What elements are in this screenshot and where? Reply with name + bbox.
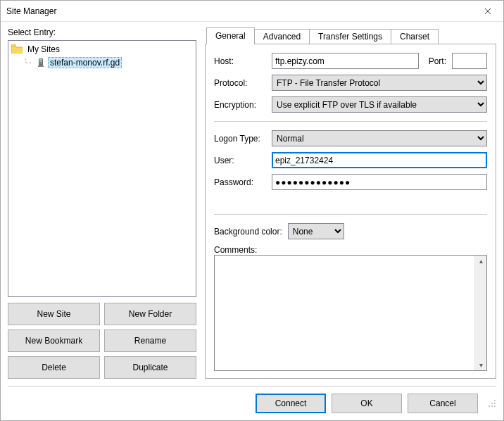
svg-point-13 bbox=[494, 406, 496, 407]
close-icon bbox=[484, 8, 491, 15]
comments-label: Comments: bbox=[214, 245, 487, 255]
user-row: User: bbox=[214, 152, 487, 168]
new-folder-button[interactable]: New Folder bbox=[104, 303, 196, 325]
svg-rect-7 bbox=[38, 65, 44, 67]
host-label: Host: bbox=[214, 56, 266, 66]
rename-button[interactable]: Rename bbox=[104, 329, 196, 352]
port-input[interactable] bbox=[452, 53, 487, 69]
user-label: User: bbox=[214, 156, 266, 165]
tab-transfer-settings[interactable]: Transfer Settings bbox=[309, 29, 391, 44]
logon-type-row: Logon Type: Normal bbox=[214, 130, 487, 146]
left-buttons: New Site New Folder New Bookmark Rename … bbox=[8, 303, 196, 379]
scroll-up-icon[interactable]: ▴ bbox=[479, 256, 483, 266]
scrollbar[interactable]: ▴ ▾ bbox=[474, 256, 486, 370]
protocol-row: Protocol: FTP - File Transfer Protocol bbox=[214, 75, 487, 91]
window-title: Site Manager bbox=[6, 6, 472, 16]
password-row: Password: bbox=[214, 174, 487, 190]
bottom-button-bar: Connect OK Cancel bbox=[8, 386, 496, 413]
close-button[interactable] bbox=[472, 1, 503, 21]
connect-button[interactable]: Connect bbox=[256, 394, 326, 413]
cancel-button[interactable]: Cancel bbox=[408, 394, 478, 413]
background-color-label: Background color: bbox=[214, 227, 282, 237]
upper-area: Select Entry: My Sites bbox=[8, 27, 496, 379]
svg-point-8 bbox=[494, 400, 496, 401]
svg-point-12 bbox=[491, 406, 493, 407]
password-input[interactable] bbox=[272, 174, 487, 190]
logon-type-label: Logon Type: bbox=[214, 134, 266, 144]
scroll-down-icon[interactable]: ▾ bbox=[479, 360, 483, 370]
user-input[interactable] bbox=[272, 152, 487, 168]
port-label: Port: bbox=[429, 56, 446, 66]
tab-charset[interactable]: Charset bbox=[391, 29, 439, 44]
new-bookmark-button[interactable]: New Bookmark bbox=[8, 329, 100, 352]
resize-grip-icon[interactable] bbox=[485, 399, 496, 408]
host-row: Host: Port: bbox=[214, 53, 487, 69]
svg-rect-4 bbox=[39, 59, 42, 61]
site-tree[interactable]: My Sites stefan-monov.rf.gd bbox=[8, 40, 196, 297]
right-pane: General Advanced Transfer Settings Chars… bbox=[205, 27, 496, 379]
svg-point-10 bbox=[494, 403, 496, 404]
spacer bbox=[214, 196, 487, 206]
logon-type-select[interactable]: Normal bbox=[272, 130, 487, 146]
site-manager-window: Site Manager Select Entry: My Sites bbox=[0, 0, 504, 421]
select-entry-label: Select Entry: bbox=[8, 27, 196, 37]
server-icon bbox=[37, 58, 45, 68]
svg-rect-6 bbox=[39, 63, 42, 63]
tree-connector-icon bbox=[24, 58, 34, 68]
svg-rect-5 bbox=[39, 61, 42, 62]
delete-button[interactable]: Delete bbox=[8, 356, 100, 379]
comments-area: Comments: ▴ ▾ bbox=[214, 245, 487, 371]
titlebar: Site Manager bbox=[1, 1, 503, 22]
general-panel: Host: Port: Protocol: FTP - File Transfe… bbox=[205, 44, 496, 379]
duplicate-button[interactable]: Duplicate bbox=[104, 356, 196, 379]
ok-button[interactable]: OK bbox=[332, 394, 402, 413]
separator bbox=[214, 121, 487, 122]
tree-site-item[interactable]: stefan-monov.rf.gd bbox=[8, 56, 196, 69]
left-pane: Select Entry: My Sites bbox=[8, 27, 196, 379]
tab-advanced[interactable]: Advanced bbox=[254, 29, 310, 44]
tree-root-label: My Sites bbox=[25, 44, 62, 55]
svg-point-11 bbox=[489, 406, 490, 407]
protocol-select[interactable]: FTP - File Transfer Protocol bbox=[272, 75, 487, 91]
new-site-button[interactable]: New Site bbox=[8, 303, 100, 325]
tree-root-my-sites[interactable]: My Sites bbox=[8, 42, 196, 56]
background-color-select[interactable]: None bbox=[288, 223, 344, 239]
content: Select Entry: My Sites bbox=[1, 22, 503, 420]
encryption-select[interactable]: Use explicit FTP over TLS if available bbox=[272, 96, 487, 113]
tab-bar: General Advanced Transfer Settings Chars… bbox=[205, 27, 496, 44]
comments-textarea[interactable]: ▴ ▾ bbox=[214, 255, 487, 371]
password-label: Password: bbox=[214, 177, 266, 187]
separator-2 bbox=[214, 214, 487, 215]
background-color-row: Background color: None bbox=[214, 223, 487, 239]
folder-icon bbox=[11, 44, 23, 54]
encryption-label: Encryption: bbox=[214, 100, 266, 110]
encryption-row: Encryption: Use explicit FTP over TLS if… bbox=[214, 96, 487, 113]
svg-rect-2 bbox=[11, 44, 15, 46]
protocol-label: Protocol: bbox=[214, 78, 266, 88]
tree-site-label: stefan-monov.rf.gd bbox=[48, 57, 122, 68]
host-input[interactable] bbox=[272, 53, 419, 69]
svg-point-9 bbox=[491, 403, 493, 404]
tab-general[interactable]: General bbox=[206, 27, 255, 44]
